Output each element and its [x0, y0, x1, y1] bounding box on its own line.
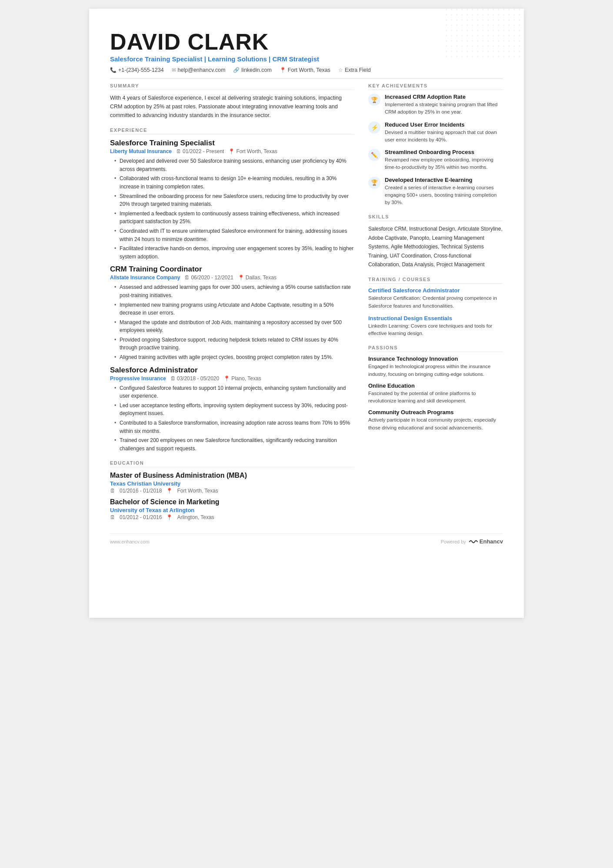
website-text: linkedin.com: [241, 67, 271, 73]
pin-icon-3: 📍: [223, 375, 230, 382]
phone-icon: 📞: [110, 67, 117, 73]
job-date-2: 🗓 06/2020 - 12/2021: [184, 275, 233, 281]
left-column: SUMMARY With 4 years of Salesforce exper…: [110, 83, 354, 520]
passions-section-title: PASSIONS: [368, 345, 503, 352]
bullet-2-4: Provided ongoing Salesforce support, red…: [114, 336, 354, 352]
passion-desc-3: Actively participate in local community …: [368, 416, 503, 432]
job-entry-3: Salesforce Administrator Progressive Ins…: [110, 366, 354, 453]
edu-school-2: University of Texas at Arlington: [110, 507, 354, 513]
email-item: ✉ help@enhancv.com: [172, 67, 226, 73]
main-content: SUMMARY With 4 years of Salesforce exper…: [110, 83, 503, 520]
passion-desc-2: Fascinated by the potential of online pl…: [368, 390, 503, 405]
bullet-1-5: Coordinated with IT to ensure uninterrup…: [114, 227, 354, 243]
summary-section-title: SUMMARY: [110, 83, 354, 90]
website-item: 🔗 linkedin.com: [233, 67, 271, 73]
passion-item-1: Insurance Technology Innovation Engaged …: [368, 355, 503, 378]
passion-title-1: Insurance Technology Innovation: [368, 355, 503, 362]
bullet-1-3: Streamlined the onboarding process for n…: [114, 192, 354, 208]
job-meta-2: Allstate Insurance Company 🗓 06/2020 - 1…: [110, 275, 354, 281]
skills-section-title: SKILLS: [368, 214, 503, 221]
edu-entry-2: Bachelor of Science in Marketing Univers…: [110, 498, 354, 520]
bullet-3-2: Led user acceptance testing efforts, imp…: [114, 402, 354, 418]
achievement-title-2: Reduced User Error Incidents: [385, 121, 503, 128]
location-item: 📍 Fort Worth, Texas: [280, 67, 330, 73]
achievement-desc-3: Revamped new employee onboarding, improv…: [385, 156, 503, 171]
calendar-icon-edu-1: 🗓: [110, 488, 115, 494]
enhancv-logo: Enhancv: [469, 538, 503, 545]
job-meta-3: Progressive Insurance 🗓 03/2018 - 05/202…: [110, 375, 354, 382]
bullet-2-1: Assessed and addressed learning gaps for…: [114, 283, 354, 299]
right-column: KEY ACHIEVEMENTS 🏆 Increased CRM Adoptio…: [368, 83, 503, 520]
phone-item: 📞 +1-(234)-555-1234: [110, 67, 164, 73]
edu-entry-1: Master of Business Administration (MBA) …: [110, 472, 354, 494]
job-company-1: Liberty Mutual Insurance: [110, 148, 172, 154]
job-title-1: Salesforce Training Specialist: [110, 139, 354, 147]
skills-text: Salesforce CRM, Instructional Design, Ar…: [368, 225, 503, 269]
candidate-tagline: Salesforce Training Specialist | Learnin…: [110, 55, 503, 63]
job-date-1: 🗓 01/2022 - Present: [176, 148, 224, 154]
edu-degree-1: Master of Business Administration (MBA): [110, 472, 354, 479]
footer-website: www.enhancv.com: [110, 539, 150, 544]
education-section-title: EDUCATION: [110, 460, 354, 467]
location-icon: 📍: [280, 67, 286, 73]
bullet-3-4: Trained over 200 employees on new Salesf…: [114, 436, 354, 452]
email-icon: ✉: [172, 67, 176, 73]
candidate-name: DAVID CLARK: [110, 30, 503, 54]
training-desc-2: LinkedIn Learning: Covers core technique…: [368, 322, 503, 338]
experience-section-title: EXPERIENCE: [110, 127, 354, 134]
training-title-1: Certified Salesforce Administrator: [368, 287, 503, 294]
star-icon: ☆: [338, 67, 343, 73]
powered-by-text: Powered by: [441, 539, 466, 544]
achievement-text-4: Developed Interactive E-learning Created…: [385, 177, 503, 207]
training-desc-1: Salesforce Certification: Credential pro…: [368, 295, 503, 310]
training-item-1: Certified Salesforce Administrator Sales…: [368, 287, 503, 310]
calendar-icon-edu-2: 🗓: [110, 514, 115, 520]
phone-text: +1-(234)-555-1234: [118, 67, 164, 73]
achievements-section-title: KEY ACHIEVEMENTS: [368, 83, 503, 90]
achievement-text-3: Streamlined Onboarding Process Revamped …: [385, 149, 503, 171]
edu-meta-1: 🗓 01/2016 - 01/2018 📍 Fort Worth, Texas: [110, 488, 354, 494]
edu-location-1: Fort Worth, Texas: [177, 488, 218, 494]
pin-icon-2: 📍: [238, 275, 244, 281]
bullet-1-4: Implemented a feedback system to continu…: [114, 210, 354, 226]
achievement-item-3: ✏️ Streamlined Onboarding Process Revamp…: [368, 149, 503, 171]
achievement-icon-1: 🏆: [368, 94, 380, 106]
job-entry-1: Salesforce Training Specialist Liberty M…: [110, 139, 354, 261]
bullet-2-2: Implemented new training programs using …: [114, 301, 354, 317]
bullet-1-2: Collaborated with cross-functional teams…: [114, 174, 354, 191]
bullet-1-1: Developed and delivered over 50 Salesfor…: [114, 157, 354, 173]
training-item-2: Instructional Design Essentials LinkedIn…: [368, 315, 503, 338]
achievement-icon-3: ✏️: [368, 149, 380, 161]
edu-meta-2: 🗓 01/2012 - 01/2016 📍 Arlington, Texas: [110, 514, 354, 520]
header: DAVID CLARK Salesforce Training Speciali…: [110, 30, 503, 73]
job-bullets-2: Assessed and addressed learning gaps for…: [110, 283, 354, 361]
job-location-1: 📍 Fort Worth, Texas: [228, 148, 277, 154]
pin-icon-edu-1: 📍: [166, 488, 173, 494]
job-location-3: 📍 Plano, Texas: [223, 375, 261, 382]
bullet-2-5: Aligned training activities with agile p…: [114, 353, 354, 362]
achievement-desc-2: Devised a multitier training approach th…: [385, 129, 503, 144]
job-meta-1: Liberty Mutual Insurance 🗓 01/2022 - Pre…: [110, 148, 354, 154]
edu-location-2: Arlington, Texas: [177, 514, 214, 520]
bullet-1-6: Facilitated interactive hands-on demos, …: [114, 245, 354, 261]
achievement-item-1: 🏆 Increased CRM Adoption Rate Implemente…: [368, 94, 503, 116]
calendar-icon-2: 🗓: [184, 275, 190, 281]
achievement-icon-4: 🏆: [368, 177, 380, 189]
email-text: help@enhancv.com: [178, 67, 226, 73]
passion-title-2: Online Education: [368, 382, 503, 389]
achievement-title-1: Increased CRM Adoption Rate: [385, 94, 503, 100]
edu-date-2: 01/2012 - 01/2016: [120, 514, 162, 520]
footer-brand: Powered by Enhancv: [441, 538, 503, 545]
job-entry-2: CRM Training Coordinator Allstate Insura…: [110, 265, 354, 361]
achievement-desc-4: Created a series of interactive e-learni…: [385, 184, 503, 207]
achievement-item-2: ⚡ Reduced User Error Incidents Devised a…: [368, 121, 503, 144]
passion-title-3: Community Outreach Programs: [368, 409, 503, 416]
passion-item-2: Online Education Fascinated by the poten…: [368, 382, 503, 405]
job-title-2: CRM Training Coordinator: [110, 265, 354, 274]
pin-icon-1: 📍: [228, 148, 235, 154]
edu-degree-2: Bachelor of Science in Marketing: [110, 498, 354, 506]
summary-text: With 4 years of Salesforce experience, I…: [110, 94, 354, 120]
achievement-icon-2: ⚡: [368, 121, 380, 134]
contact-bar: 📞 +1-(234)-555-1234 ✉ help@enhancv.com 🔗…: [110, 67, 503, 73]
achievement-title-3: Streamlined Onboarding Process: [385, 149, 503, 155]
